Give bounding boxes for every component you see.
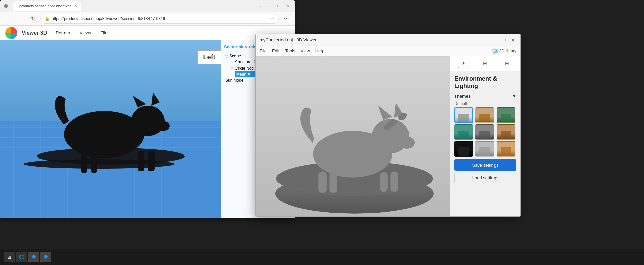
tab-close-button[interactable]: ✕	[74, 4, 77, 8]
address-bar[interactable]: 🔒 https://products.aspose.app/3d/viewer?…	[40, 14, 279, 24]
taskbar-icon-1: ⊞	[7, 254, 11, 260]
viewer-menu-edit[interactable]: Edit	[272, 48, 280, 53]
taskbar-items: ⊞ 🌐 🔷 🔷	[4, 252, 51, 262]
theme-thumb-6[interactable]	[497, 124, 515, 140]
viewer-menubar: File Edit Tools View Help 🧊 3D library	[256, 46, 520, 56]
taskbar-icon-4: 🔷	[43, 254, 48, 259]
app-logo	[5, 27, 17, 39]
tree-arrow-armature: ▷	[231, 60, 233, 64]
themes-label: Themes	[454, 94, 471, 99]
grid-icon: ⊞	[483, 61, 487, 66]
bookmark-icon[interactable]: ☆	[270, 16, 274, 21]
svg-point-14	[399, 137, 415, 149]
taskbar-item-1[interactable]: ⊞	[4, 252, 15, 262]
panel-tabs: ☀ ⊞ ⊟	[450, 56, 520, 71]
sun-icon: ☀	[461, 60, 466, 67]
themes-expand-icon[interactable]: ▼	[512, 94, 516, 99]
refresh-button[interactable]: ↻	[28, 14, 38, 24]
lock-icon: 🔒	[45, 16, 50, 21]
theme-thumb-9[interactable]	[497, 141, 515, 157]
taskbar-item-4[interactable]: 🔷	[40, 252, 51, 262]
tab-bar: products.aspose.app/3d/viewer ✕ + ⌄	[13, 1, 261, 11]
tab-table[interactable]: ⊟	[502, 59, 512, 68]
tree-arrow-circle: ▽	[231, 67, 233, 70]
table-icon: ⊟	[505, 61, 509, 66]
viewer-3d-scene	[256, 56, 450, 216]
viewer-window: myConverted.obj - 3D Viewer ─ □ ✕ File E…	[255, 34, 521, 217]
theme-thumb-5[interactable]	[475, 124, 494, 140]
app-title: Viewer 3D	[22, 30, 47, 36]
viewer-window-title: myConverted.obj - 3D Viewer	[260, 37, 492, 42]
right-panel: ☀ ⊞ ⊟ Environment & Lighting Themes ▼	[450, 56, 520, 216]
viewer-menu-view[interactable]: View	[301, 48, 310, 53]
tab-grid[interactable]: ⊞	[480, 59, 490, 68]
scene-platform	[24, 159, 175, 169]
viewer-menu-file[interactable]: File	[260, 48, 267, 53]
default-label: Default	[454, 101, 516, 106]
browser-app-bar: Viewer 3D Render Views File	[0, 26, 295, 40]
svg-rect-18	[329, 171, 337, 193]
browser-content: Left Scene hierarchy t ▽ Scene ▷ Armatur…	[0, 40, 295, 218]
menu-render[interactable]: Render	[54, 29, 72, 37]
viewer-menu-tools[interactable]: Tools	[285, 48, 295, 53]
forward-button[interactable]: →	[16, 14, 26, 24]
svg-rect-15	[380, 172, 388, 192]
url-text: https://products.aspose.app/3d/viewer?se…	[52, 16, 165, 21]
section-title: Environment & Lighting	[454, 75, 516, 90]
scene-background: Left Scene hierarchy t ▽ Scene ▷ Armatur…	[0, 40, 295, 218]
themes-header: Themes ▼	[454, 94, 516, 99]
viewer-body: ☀ ⊞ ⊟ Environment & Lighting Themes ▼	[256, 56, 520, 216]
maximize-button[interactable]: □	[275, 3, 282, 9]
viewer-minimize-button[interactable]: ─	[492, 37, 499, 43]
taskbar: ⊞ 🌐 🔷 🔷	[0, 249, 644, 265]
theme-grid	[454, 107, 516, 157]
panel-content: Environment & Lighting Themes ▼ Default	[450, 71, 520, 216]
tab-sun[interactable]: ☀	[458, 59, 469, 68]
menu-file[interactable]: File	[98, 29, 110, 37]
svg-rect-17	[318, 171, 327, 193]
load-settings-button[interactable]: Load settings	[454, 172, 516, 183]
tree-arrow-scene: ▽	[225, 54, 228, 58]
browser-titlebar: products.aspose.app/3d/viewer ✕ + ⌄ ─ □ …	[0, 0, 295, 12]
left-label: Left	[197, 50, 221, 64]
save-settings-button[interactable]: Save settings	[454, 159, 516, 171]
cube-icon: 🧊	[492, 48, 498, 54]
tab-dropdown[interactable]: ⌄	[258, 4, 261, 8]
app-menu: Render Views File	[54, 29, 110, 37]
minimize-button[interactable]: ─	[267, 3, 273, 9]
viewer-maximize-button[interactable]: □	[501, 37, 508, 43]
svg-point-19	[363, 138, 389, 160]
taskbar-icon-3: 🔷	[31, 254, 36, 259]
theme-thumb-7[interactable]	[454, 141, 473, 157]
browser-controls	[4, 4, 8, 8]
theme-thumb-3[interactable]	[497, 107, 515, 123]
viewer-window-buttons: ─ □ ✕	[492, 37, 516, 43]
taskbar-item-2[interactable]: 🌐	[16, 252, 27, 262]
browser-nav: ← → ↻ 🔒 https://products.aspose.app/3d/v…	[0, 12, 295, 26]
menu-views[interactable]: Views	[78, 29, 93, 37]
theme-thumb-2[interactable]	[475, 107, 494, 123]
taskbar-item-3[interactable]: 🔷	[28, 252, 39, 262]
close-button[interactable]: ✕	[284, 3, 291, 9]
taskbar-icon-2: 🌐	[19, 255, 24, 259]
back-button[interactable]: ←	[4, 14, 13, 24]
viewer-menu-help[interactable]: Help	[315, 48, 325, 53]
theme-thumb-1[interactable]	[454, 107, 473, 123]
viewer-viewport[interactable]	[256, 56, 450, 216]
viewer-3d-library-button[interactable]: 🧊 3D library	[492, 48, 516, 54]
theme-thumb-4[interactable]	[454, 124, 473, 140]
svg-rect-16	[390, 171, 398, 192]
menu-button[interactable]: ⋯	[282, 14, 291, 24]
tab-title: products.aspose.app/3d/viewer	[19, 4, 71, 8]
browser-tab-active[interactable]: products.aspose.app/3d/viewer ✕	[13, 1, 81, 11]
viewer-titlebar: myConverted.obj - 3D Viewer ─ □ ✕	[256, 34, 520, 46]
viewer-close-button[interactable]: ✕	[510, 37, 516, 43]
theme-thumb-8[interactable]	[475, 141, 494, 157]
new-tab-button[interactable]: +	[82, 2, 90, 10]
browser-window: products.aspose.app/3d/viewer ✕ + ⌄ ─ □ …	[0, 0, 295, 218]
